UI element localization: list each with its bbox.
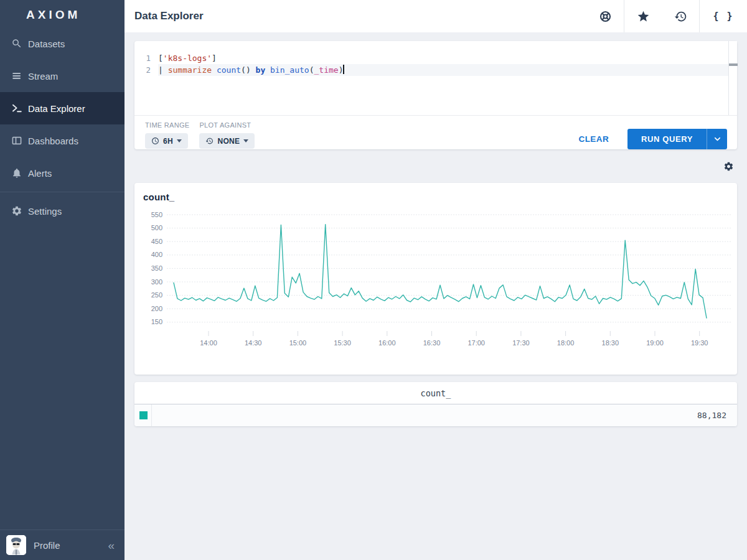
text-cursor <box>343 65 344 74</box>
chevron-down-icon <box>177 139 182 142</box>
clock-icon <box>151 137 159 145</box>
query-panel: 1['k8s-logs']2| summarize count() by bin… <box>134 41 737 149</box>
stream-icon <box>11 70 22 82</box>
alerts-icon <box>11 167 22 179</box>
top-header: Data Explorer { } <box>125 0 747 32</box>
svg-text:550: 550 <box>151 211 162 218</box>
code-text[interactable]: | summarize count() by bin_auto(_time) <box>158 64 728 76</box>
editor-cursor-marker <box>729 63 738 66</box>
sidebar-item-settings[interactable]: Settings <box>0 195 125 227</box>
results-table: count_ 88,182 <box>134 382 737 426</box>
series-color-swatch <box>139 411 148 419</box>
sidebar-collapse-icon[interactable]: « <box>105 537 117 554</box>
plot-against-label: PLOT AGAINST <box>199 121 255 129</box>
sidebar-item-label: Alerts <box>28 168 52 179</box>
help-buoy-icon[interactable] <box>586 0 624 32</box>
svg-text:17:30: 17:30 <box>512 339 530 347</box>
chart-panel: count_ 55050045040035030025020015014:001… <box>134 183 737 375</box>
data-explorer-icon <box>11 103 22 114</box>
svg-text:300: 300 <box>151 278 162 286</box>
braces-icon[interactable]: { } <box>700 0 747 32</box>
header-actions: { } <box>586 0 747 32</box>
svg-text:14:30: 14:30 <box>245 339 262 347</box>
series-line <box>174 225 707 319</box>
table-column-header: count_ <box>134 382 737 404</box>
svg-text:200: 200 <box>151 305 162 312</box>
svg-text:19:30: 19:30 <box>691 339 708 347</box>
svg-text:14:00: 14:00 <box>200 339 217 347</box>
sidebar-item-datasets[interactable]: Datasets <box>0 27 125 60</box>
profile-label: Profile <box>34 540 60 551</box>
query-editor[interactable]: 1['k8s-logs']2| summarize count() by bin… <box>134 41 737 116</box>
sidebar: AXIOM DatasetsStreamData ExplorerDashboa… <box>0 0 125 560</box>
favorite-star-icon[interactable] <box>624 0 662 32</box>
chart-settings-gear-icon[interactable] <box>723 161 734 172</box>
svg-text:250: 250 <box>151 291 162 299</box>
chart-title: count_ <box>143 192 737 203</box>
sidebar-item-label: Datasets <box>28 39 65 49</box>
svg-text:18:00: 18:00 <box>557 339 575 347</box>
sidebar-divider <box>0 192 125 192</box>
svg-text:450: 450 <box>151 238 162 245</box>
settings-icon <box>11 205 22 217</box>
svg-text:15:30: 15:30 <box>334 339 351 347</box>
run-query-dropdown[interactable] <box>707 129 727 149</box>
sidebar-item-dashboards[interactable]: Dashboards <box>0 124 125 157</box>
sidebar-item-label: Dashboards <box>28 136 78 146</box>
time-range-label: TIME RANGE <box>145 121 189 129</box>
editor-line-1: 1['k8s-logs'] <box>134 52 737 64</box>
editor-overview-ruler <box>728 41 737 115</box>
svg-text:19:00: 19:00 <box>646 339 664 347</box>
sidebar-item-label: Data Explorer <box>28 103 85 114</box>
time-range-dropdown[interactable]: 6H <box>145 133 188 149</box>
code-text[interactable]: ['k8s-logs'] <box>158 52 728 64</box>
sidebar-item-profile[interactable]: Profile « <box>0 530 125 560</box>
sidebar-item-label: Settings <box>28 206 62 217</box>
svg-text:18:30: 18:30 <box>602 339 619 347</box>
total-count-value: 88,182 <box>152 411 737 420</box>
editor-line-2: 2| summarize count() by bin_auto(_time) <box>134 64 737 76</box>
axiom-logo: AXIOM <box>0 0 125 25</box>
sidebar-item-data-explorer[interactable]: Data Explorer <box>0 92 125 124</box>
run-query-button-group: RUN QUERY <box>627 129 727 149</box>
svg-text:16:30: 16:30 <box>423 339 441 347</box>
svg-text:500: 500 <box>151 224 162 231</box>
chart-options-row <box>134 149 737 183</box>
history-icon <box>205 137 214 145</box>
dashboards-icon <box>11 135 22 146</box>
run-query-button[interactable]: RUN QUERY <box>627 129 707 149</box>
svg-text:15:00: 15:00 <box>289 339 307 347</box>
clear-button[interactable]: CLEAR <box>575 134 613 144</box>
page-title: Data Explorer <box>134 10 204 22</box>
chevron-down-icon <box>243 139 248 142</box>
datasets-icon <box>11 38 22 49</box>
table-row: 88,182 <box>134 404 737 426</box>
line-number: 1 <box>134 52 151 64</box>
svg-text:400: 400 <box>151 251 162 258</box>
sidebar-item-alerts[interactable]: Alerts <box>0 157 125 189</box>
sidebar-nav: DatasetsStreamData ExplorerDashboardsAle… <box>0 27 125 227</box>
svg-text:150: 150 <box>151 318 162 325</box>
svg-text:17:00: 17:00 <box>467 339 485 347</box>
history-icon[interactable] <box>662 0 699 32</box>
svg-text:350: 350 <box>151 264 162 272</box>
sidebar-item-stream[interactable]: Stream <box>0 60 125 92</box>
sidebar-item-label: Stream <box>28 71 58 82</box>
time-range-value: 6H <box>163 137 173 146</box>
plot-against-dropdown[interactable]: NONE <box>199 133 255 149</box>
plot-against-value: NONE <box>217 137 240 146</box>
timeseries-chart: 55050045040035030025020015014:0014:3015:… <box>134 203 737 355</box>
line-number: 2 <box>134 64 151 76</box>
svg-text:16:00: 16:00 <box>378 339 396 347</box>
profile-avatar <box>6 535 26 555</box>
query-controls: TIME RANGE 6H PLOT AGAINST <box>134 116 737 149</box>
series-swatch-cell <box>134 404 152 426</box>
